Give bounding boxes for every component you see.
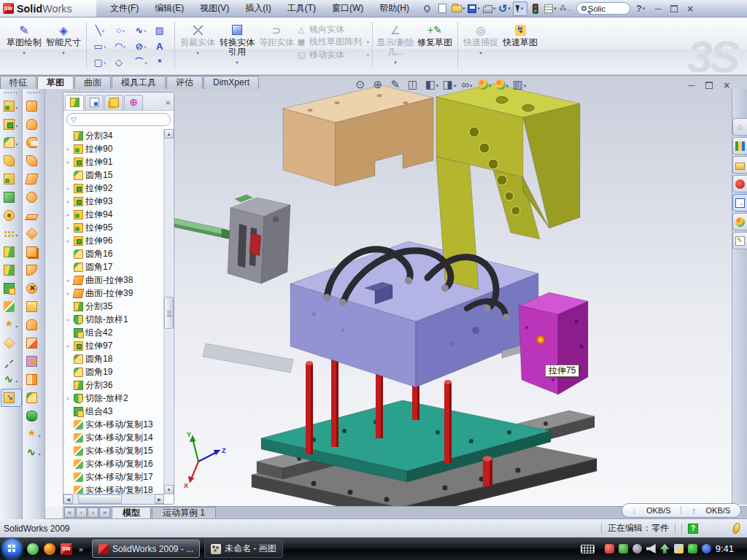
spline-icon[interactable]: ∿ xyxy=(131,22,151,38)
tray-upload-icon[interactable] xyxy=(660,544,670,553)
tree-item[interactable]: 圆角19 xyxy=(65,365,174,378)
help-button[interactable]: ? xyxy=(633,1,648,16)
display-delete-relations-button[interactable]: ∠ 显示/删除几... xyxy=(376,21,415,63)
menu-edit[interactable]: 编辑(E) xyxy=(147,0,192,17)
tree-item[interactable]: 分割34 xyxy=(65,129,174,142)
propertymanager-tab[interactable] xyxy=(85,95,104,110)
tree-item[interactable]: 拉伸91 xyxy=(65,155,174,168)
quicklaunch-more-chevron[interactable]: » xyxy=(77,543,85,555)
sketch-fillet-icon[interactable]: ⌒ xyxy=(131,54,151,70)
zoom-area-icon[interactable]: ⊕ xyxy=(372,77,387,92)
section-view-icon[interactable]: ◫ xyxy=(407,77,422,92)
appearances-icon[interactable]: ● xyxy=(477,77,492,92)
pin-icon[interactable] xyxy=(420,1,435,16)
doc-minimize-button[interactable] xyxy=(686,80,697,90)
tree-item[interactable]: 组合42 xyxy=(65,326,174,339)
configurationmanager-tab[interactable] xyxy=(104,95,123,110)
hscroll-thumb[interactable] xyxy=(78,494,122,504)
prev-tab-button[interactable]: ‹ xyxy=(76,508,87,518)
doc-close-button[interactable] xyxy=(721,80,732,90)
tree-item[interactable]: 实体-移动/复制18 xyxy=(65,483,174,494)
tree-item[interactable]: 拉伸92 xyxy=(65,182,174,195)
reference-geometry-icon[interactable] xyxy=(1,316,22,334)
tray-blocked-icon[interactable] xyxy=(702,544,711,553)
tab-dimxpert[interactable]: DimXpert xyxy=(204,76,259,89)
scene-icon[interactable]: ● xyxy=(495,77,509,92)
surface-ref-geometry-icon[interactable] xyxy=(23,425,44,443)
panel-more-chevron[interactable] xyxy=(166,98,172,106)
new-document-icon[interactable] xyxy=(436,1,450,16)
scroll-right-button[interactable] xyxy=(155,494,164,504)
menu-tools[interactable]: 工具(T) xyxy=(279,0,324,17)
scroll-down-button[interactable] xyxy=(164,485,174,494)
swept-surface-icon[interactable] xyxy=(23,97,44,115)
tray-antivirus-icon[interactable] xyxy=(605,544,614,553)
tab-sketch[interactable]: 草图 xyxy=(37,76,74,89)
start-button[interactable] xyxy=(2,539,22,559)
combine-icon[interactable] xyxy=(1,279,22,298)
view-orientation-icon[interactable]: ◧ xyxy=(425,77,439,92)
taskpane-custom-properties-tab[interactable] xyxy=(732,232,747,249)
tree-filter-input[interactable] xyxy=(66,113,171,126)
surface-fillet-icon[interactable] xyxy=(23,389,44,407)
taskbar-task-paint[interactable]: 未命名 - 画图 xyxy=(204,540,283,558)
convert-entities-button[interactable]: 转换实体引用 xyxy=(217,21,257,63)
select-cursor-icon[interactable] xyxy=(513,1,527,16)
expand-arrow-icon[interactable] xyxy=(65,277,71,284)
close-button[interactable] xyxy=(684,4,696,14)
plane-icon[interactable] xyxy=(1,334,22,352)
extrude-boss-icon[interactable] xyxy=(1,97,22,115)
tree-item[interactable]: 实体-移动/复制13 xyxy=(65,418,174,431)
tray-gear-icon[interactable] xyxy=(632,544,642,553)
tree-item[interactable]: 圆角17 xyxy=(65,260,174,273)
extend-surface-icon[interactable] xyxy=(23,225,44,243)
tab-mold-tools[interactable]: 模具工具 xyxy=(112,76,166,89)
print-icon[interactable] xyxy=(482,1,497,16)
last-tab-button[interactable]: » xyxy=(99,508,110,518)
keyboard-layout-icon[interactable] xyxy=(581,545,595,553)
expand-arrow-icon[interactable] xyxy=(65,395,71,402)
menu-view[interactable]: 视图(V) xyxy=(192,0,237,17)
boundary-surface-icon[interactable] xyxy=(23,170,44,188)
fillet-icon[interactable] xyxy=(1,133,22,152)
repair-sketch-button[interactable]: +✎ 修复草图 xyxy=(415,21,454,47)
extrude-cut-icon[interactable] xyxy=(1,115,22,133)
ellipse-icon[interactable]: ⊘ xyxy=(131,38,151,54)
quick-snaps-button[interactable]: ◎ 快速捕捉 xyxy=(461,21,500,54)
split-body-icon[interactable] xyxy=(1,261,22,279)
trim-entities-button[interactable]: 剪裁实体 xyxy=(178,21,217,54)
taskpane-appearances-tab[interactable] xyxy=(732,213,747,230)
offset-surface-icon[interactable] xyxy=(23,243,44,261)
tree-item[interactable]: 切除-放样1 xyxy=(65,313,174,326)
quicklaunch-ball-icon[interactable] xyxy=(44,543,55,555)
taskpane-file-explorer-tab[interactable] xyxy=(732,156,747,174)
expand-arrow-icon[interactable] xyxy=(65,290,71,297)
tray-network-warning-icon[interactable] xyxy=(674,544,684,553)
menu-help[interactable]: 帮助(H) xyxy=(371,0,417,17)
tree-item[interactable]: 拉伸97 xyxy=(65,339,174,352)
tree-item[interactable]: 拉伸94 xyxy=(65,208,174,221)
tree-item[interactable]: 拉伸90 xyxy=(65,142,174,155)
swept-boss-icon[interactable] xyxy=(1,152,22,170)
hide-show-items-icon[interactable]: ∞ xyxy=(460,77,474,92)
tray-shield-icon[interactable] xyxy=(619,544,628,553)
expand-arrow-icon[interactable] xyxy=(65,198,71,205)
tray-health-icon[interactable] xyxy=(688,544,697,553)
instant3d-icon[interactable] xyxy=(1,389,22,407)
sketch-text-icon[interactable]: A xyxy=(151,38,171,54)
filter-wand-icon[interactable]: ✎ xyxy=(390,77,404,92)
tree-horizontal-scrollbar[interactable] xyxy=(63,494,164,504)
toolbar-grip[interactable] xyxy=(27,92,40,94)
offset-entities-button[interactable]: ⊃ 等距实体 xyxy=(257,21,296,47)
tree-item[interactable]: 圆角16 xyxy=(65,247,174,260)
expand-arrow-icon[interactable] xyxy=(65,343,71,349)
mirror-entities-button[interactable]: △镜向实体 xyxy=(296,24,369,34)
planar-surface-icon[interactable] xyxy=(23,206,44,225)
tree-item[interactable]: 分割36 xyxy=(65,378,174,392)
hole-wizard-icon[interactable] xyxy=(1,206,22,225)
lofted-surface-icon[interactable] xyxy=(23,152,44,170)
part-top-plate[interactable] xyxy=(283,85,433,186)
rectangle-icon[interactable]: ▭ xyxy=(90,38,110,54)
next-tab-button[interactable]: › xyxy=(88,508,98,518)
menu-window[interactable]: 窗口(W) xyxy=(324,0,371,17)
